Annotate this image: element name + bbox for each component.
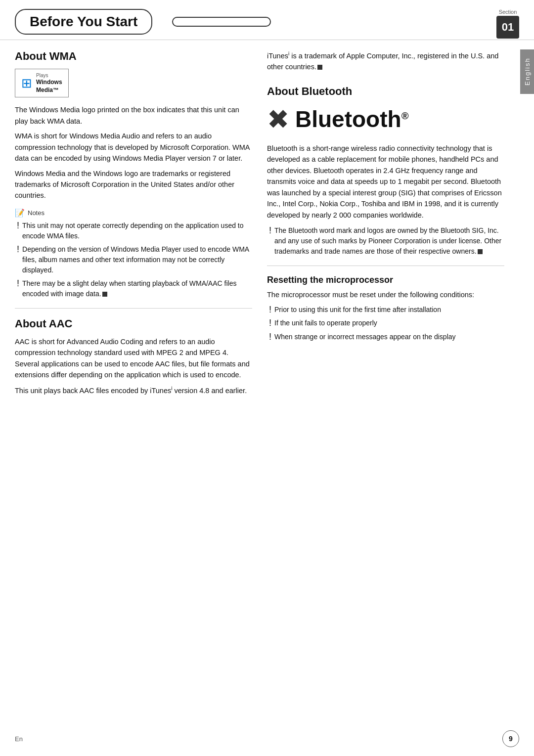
resetting-note-3: ! When strange or incorrect messages app…: [267, 332, 504, 343]
notes-label: Notes: [28, 209, 44, 217]
divider: [15, 308, 252, 309]
bluetooth-body1: Bluetooth is a short-range wireless radi…: [267, 143, 504, 221]
wma-windows-label: Windows Media™: [36, 79, 62, 94]
section-title: Before You Start: [15, 9, 152, 35]
notes-header: 📝 Notes: [15, 208, 252, 218]
resetting-note-2: ! If the unit fails to operate properly: [267, 318, 504, 329]
bluetooth-heading: About Bluetooth: [267, 85, 504, 98]
page-footer: En 9: [0, 730, 534, 747]
resetting-body1: The microprocessor must be reset under t…: [267, 289, 504, 300]
wma-plays-label: Plays: [36, 72, 62, 79]
aac-body2: This unit plays back AAC files encoded b…: [15, 385, 252, 396]
note-bullet: !: [17, 278, 19, 299]
note-bullet: !: [269, 225, 271, 257]
windows-icon: ⊞: [21, 76, 32, 91]
bluetooth-reg: ®: [401, 110, 409, 121]
bluetooth-icon: ✖: [267, 104, 289, 135]
wma-note-3-text: There may be a slight delay when startin…: [22, 278, 252, 299]
note-bullet: !: [269, 318, 271, 329]
note-bullet: !: [17, 221, 19, 241]
bluetooth-note-1-text: The Bluetooth word mark and logos are ow…: [274, 225, 504, 257]
divider: [267, 266, 504, 266]
section-badge: Section 01: [496, 9, 519, 39]
resetting-note-3-text: When strange or incorrect messages appea…: [274, 332, 456, 343]
section-label-text: Section: [499, 9, 517, 15]
wma-body2: WMA is short for Windows Media Audio and…: [15, 131, 252, 164]
section-subtitle: [172, 17, 271, 27]
section-number: 01: [496, 16, 519, 39]
wma-heading: About WMA: [15, 50, 252, 63]
bluetooth-logo-text: Bluetooth®: [295, 106, 408, 133]
aac-body1: AAC is short for Advanced Audio Coding a…: [15, 336, 252, 381]
resetting-note-1-text: Prior to using this unit for the first t…: [274, 305, 441, 315]
language-label: English: [520, 49, 534, 94]
left-column: About WMA ⊞ Plays Windows Media™ The Win…: [15, 50, 252, 400]
itunes-note: iTunesi is a trademark of Apple Computer…: [267, 50, 504, 73]
main-content: About WMA ⊞ Plays Windows Media™ The Win…: [0, 40, 534, 410]
stop-mark: [102, 292, 107, 297]
wma-note-1-text: This unit may not operate correctly depe…: [22, 221, 252, 241]
wma-note-3: ! There may be a slight delay when start…: [15, 278, 252, 299]
wma-note-1: ! This unit may not operate correctly de…: [15, 221, 252, 241]
bluetooth-note-1: ! The Bluetooth word mark and logos are …: [267, 225, 504, 257]
footer-language: En: [15, 735, 23, 743]
note-bullet: !: [17, 244, 19, 275]
wma-body1: The Windows Media logo printed on the bo…: [15, 104, 252, 127]
wma-note-2: ! Depending on the version of Windows Me…: [15, 244, 252, 275]
bluetooth-logo: ✖ Bluetooth®: [267, 104, 504, 135]
page-number: 9: [502, 730, 519, 747]
aac-heading: About AAC: [15, 317, 252, 330]
right-column: iTunesi is a trademark of Apple Computer…: [267, 50, 519, 400]
notes-icon: 📝: [15, 208, 25, 218]
page-header: Before You Start Section 01: [0, 0, 534, 40]
wma-notes: 📝 Notes ! This unit may not operate corr…: [15, 208, 252, 299]
resetting-heading: Resetting the microprocessor: [267, 275, 504, 285]
wma-logo: ⊞ Plays Windows Media™: [15, 69, 69, 97]
wma-body3: Windows Media and the Windows logo are t…: [15, 168, 252, 201]
note-bullet: !: [269, 332, 271, 343]
resetting-note-2-text: If the unit fails to operate properly: [274, 318, 377, 329]
wma-note-2-text: Depending on the version of Windows Medi…: [22, 244, 252, 275]
wma-tm-label: Media™: [36, 87, 59, 93]
resetting-note-1: ! Prior to using this unit for the first…: [267, 305, 504, 315]
wma-logo-text: Plays Windows Media™: [36, 72, 62, 94]
stop-mark: [478, 249, 483, 254]
stop-mark: [317, 65, 322, 70]
note-bullet: !: [269, 305, 271, 315]
